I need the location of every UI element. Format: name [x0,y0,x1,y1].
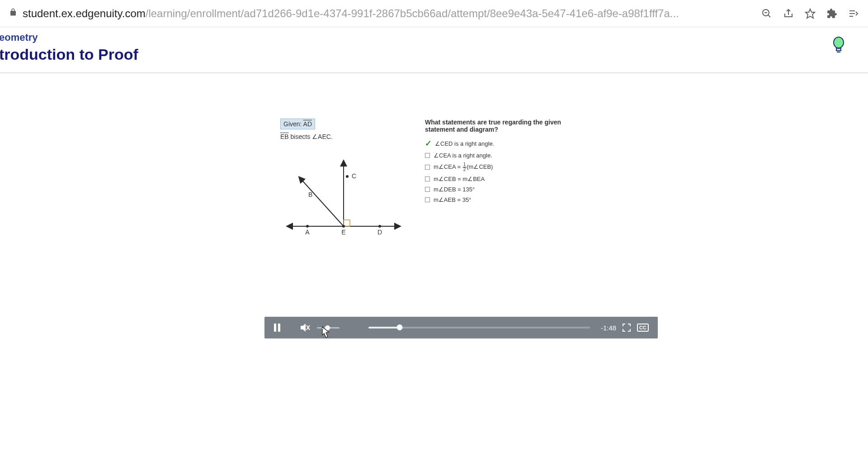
lock-icon [9,8,17,19]
volume-slider[interactable] [317,327,340,329]
svg-marker-3 [806,9,815,18]
svg-rect-26 [278,324,280,332]
content-area: Given: AD EB bisects AEC. [0,73,868,246]
svg-point-18 [378,225,381,228]
svg-rect-25 [274,324,276,332]
svg-point-7 [834,37,844,48]
svg-text:B: B [308,191,312,198]
checkbox-icon [425,187,430,192]
time-remaining: -1:48 [601,324,616,332]
question-prompt: What statements are true regarding the g… [425,119,588,133]
extension-icon[interactable] [826,8,837,19]
progress-bar[interactable] [368,327,590,329]
url-display[interactable]: student.ex.edgenuity.com/learning/enroll… [23,7,756,20]
course-name: eometry [0,32,868,43]
option-text: m∠AEB = 35° [434,196,471,203]
pause-button[interactable] [274,324,281,332]
zoom-icon[interactable] [761,8,772,19]
progress-fill [368,327,400,329]
svg-point-19 [346,175,349,178]
checkbox-icon [425,197,430,202]
cc-button[interactable]: CC [637,324,649,332]
svg-line-1 [768,15,770,17]
lesson-header: eometry troduction to Proof [0,27,868,73]
video-slide: Given: AD EB bisects AEC. [280,119,588,246]
option-text: m∠CEA = 12(m∠CEB) [434,162,493,172]
reading-list-icon[interactable] [848,8,859,19]
option-text: ∠CED is a right angle. [435,140,494,147]
share-icon[interactable] [783,8,794,19]
option-text: m∠DEB = 135° [434,186,475,193]
option-5[interactable]: m∠DEB = 135° [425,186,588,193]
check-icon: ✓ [425,138,431,148]
video-control-bar: -1:48 CC [264,317,658,338]
volume-thumb[interactable] [325,325,330,330]
mute-button[interactable] [301,323,311,332]
checkbox-icon [425,165,430,170]
option-2[interactable]: ∠CEA is a right angle. [425,152,588,159]
svg-point-17 [342,225,345,228]
browser-action-icons [761,8,859,19]
svg-marker-27 [301,324,306,332]
bisect-statement: EB bisects AEC. [280,133,407,140]
svg-point-16 [306,225,309,228]
question-panel: What statements are true regarding the g… [425,119,588,246]
option-1[interactable]: ✓ ∠CED is a right angle. [425,138,588,148]
option-text: m∠CEB = m∠BEA [434,176,485,182]
option-6[interactable]: m∠AEB = 35° [425,196,588,203]
option-4[interactable]: m∠CEB = m∠BEA [425,176,588,182]
diagram-panel: Given: AD EB bisects AEC. [280,119,407,246]
lesson-title: troduction to Proof [0,46,868,63]
checkbox-icon [425,153,430,158]
star-icon[interactable] [805,8,816,19]
given-label: Given: AD [280,119,315,129]
geometry-diagram: A E D C B [280,154,407,244]
browser-url-bar: student.ex.edgenuity.com/learning/enroll… [0,0,868,27]
checkbox-icon [425,176,430,181]
hint-bulb-icon[interactable] [832,36,845,54]
svg-text:C: C [352,172,356,180]
svg-text:A: A [305,229,310,236]
fullscreen-button[interactable] [623,324,631,332]
svg-line-14 [301,179,344,226]
svg-text:D: D [377,229,382,236]
progress-thumb[interactable] [396,324,402,330]
option-3[interactable]: m∠CEA = 12(m∠CEB) [425,162,588,172]
svg-text:E: E [341,229,345,236]
option-text: ∠CEA is a right angle. [434,152,492,159]
